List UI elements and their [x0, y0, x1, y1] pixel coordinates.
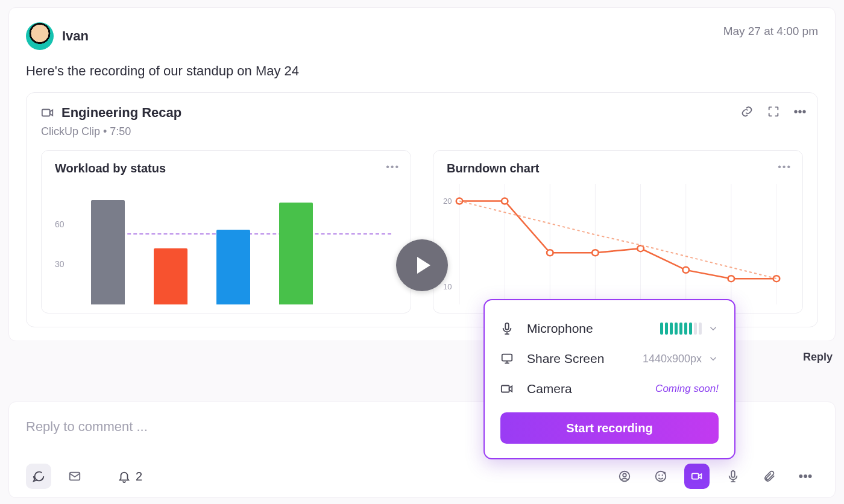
- recorder-camera-label: Camera: [527, 382, 642, 396]
- recorder-mic-label: Microphone: [527, 321, 647, 336]
- panel-burndown-more-icon[interactable]: •••: [778, 162, 792, 172]
- recorder-share-value: 1440x900px: [643, 353, 702, 365]
- comment-body: Here's the recording of our standup on M…: [26, 63, 818, 79]
- author-name[interactable]: Ivan: [62, 28, 89, 44]
- record-video-button[interactable]: [684, 464, 710, 489]
- panel-burndown: Burndown chart ••• 1020: [433, 150, 803, 313]
- chevron-down-icon[interactable]: [708, 353, 719, 364]
- svg-point-11: [547, 250, 553, 256]
- recorder-camera-note: Coming soon!: [655, 383, 719, 395]
- notifications-count: 2: [136, 470, 142, 484]
- svg-rect-26: [692, 473, 699, 479]
- video-icon: [41, 106, 54, 119]
- composer-more-button[interactable]: •••: [793, 464, 818, 489]
- line-chart: 1020: [447, 184, 789, 304]
- clip-title: Engineering Recap: [61, 105, 181, 121]
- emoji-button[interactable]: [648, 464, 673, 489]
- svg-point-13: [637, 245, 644, 251]
- more-icon[interactable]: •••: [793, 105, 807, 118]
- clip-card: Engineering Recap ClickUp Clip • 7:50 ••…: [26, 92, 818, 327]
- expand-icon[interactable]: [767, 105, 780, 118]
- svg-point-22: [623, 473, 626, 477]
- clip-actions: •••: [740, 105, 807, 118]
- comment-card: Ivan May 27 at 4:00 pm Here's the record…: [8, 7, 836, 341]
- panel-workload-more-icon[interactable]: •••: [386, 162, 400, 172]
- svg-point-24: [658, 474, 660, 476]
- comment-timestamp: May 27 at 4:00 pm: [723, 25, 818, 38]
- play-button[interactable]: [396, 239, 448, 291]
- avatar[interactable]: [26, 22, 54, 50]
- reply-link[interactable]: Reply: [803, 351, 833, 364]
- svg-rect-18: [502, 354, 512, 361]
- recorder-popover: Microphone Share Screen 1440x900px Camer…: [483, 299, 735, 459]
- comment-mode-button[interactable]: [26, 464, 51, 489]
- svg-rect-19: [502, 386, 509, 392]
- comment-header: Ivan: [26, 22, 818, 50]
- recorder-share-row[interactable]: Share Screen 1440x900px: [500, 344, 719, 374]
- svg-point-12: [592, 250, 599, 256]
- svg-rect-17: [505, 323, 509, 330]
- panel-workload: Workload by status ••• 3060: [41, 150, 411, 313]
- recorder-camera-row: Camera Coming soon!: [500, 374, 719, 404]
- svg-point-15: [728, 276, 735, 282]
- svg-rect-0: [42, 110, 50, 116]
- recorder-mic-row[interactable]: Microphone: [500, 313, 719, 344]
- svg-rect-27: [731, 471, 735, 477]
- camera-icon: [500, 382, 514, 395]
- clip-subtitle: ClickUp Clip • 7:50: [41, 125, 803, 138]
- notifications-button[interactable]: [118, 464, 131, 489]
- attach-button[interactable]: [757, 464, 782, 489]
- bar-chart: 3060: [55, 184, 397, 304]
- panel-burndown-title: Burndown chart: [447, 162, 789, 175]
- svg-point-14: [682, 267, 689, 273]
- link-icon[interactable]: [740, 105, 754, 118]
- monitor-icon: [500, 352, 514, 365]
- svg-point-25: [662, 474, 663, 476]
- play-icon: [417, 257, 430, 274]
- microphone-icon: [500, 322, 514, 335]
- mic-level-indicator: [660, 323, 702, 335]
- chevron-down-icon[interactable]: [708, 323, 719, 334]
- panel-workload-title: Workload by status: [55, 162, 397, 175]
- mention-button[interactable]: [612, 464, 637, 489]
- composer-toolbar: 2 •••: [26, 464, 818, 489]
- start-recording-button[interactable]: Start recording: [500, 412, 719, 444]
- svg-point-10: [502, 198, 508, 204]
- recorder-share-label: Share Screen: [527, 351, 629, 366]
- charts-row: Workload by status ••• 3060 Burndown cha…: [41, 150, 803, 313]
- email-mode-button[interactable]: [62, 464, 87, 489]
- record-audio-button[interactable]: [720, 464, 746, 489]
